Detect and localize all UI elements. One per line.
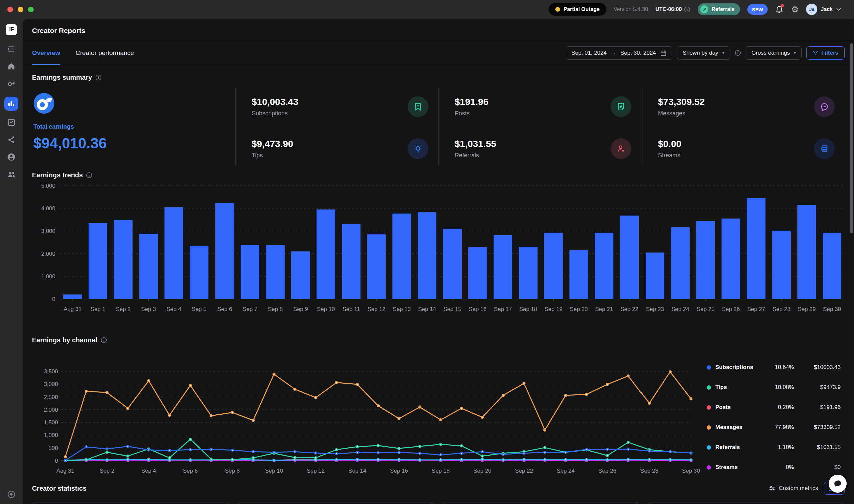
- trend-chart-icon: [7, 118, 16, 127]
- sidebar-item-media-stats[interactable]: [7, 118, 16, 127]
- info-icon[interactable]: [95, 74, 102, 81]
- bar-Aug 31[interactable]: [64, 294, 82, 299]
- legend-row-subscriptions[interactable]: Subscriptions 10.64% $10003.43: [707, 357, 841, 377]
- calendar-icon[interactable]: [660, 50, 666, 56]
- bar-Sep 24[interactable]: [671, 227, 690, 299]
- legend-row-streams[interactable]: Streams 0% $0: [707, 457, 841, 477]
- notifications-button[interactable]: [775, 5, 784, 14]
- bar-Sep 25[interactable]: [696, 221, 715, 299]
- data-point-center: [419, 407, 420, 408]
- tab-overview[interactable]: Overview: [32, 41, 60, 65]
- data-point-center: [419, 453, 420, 454]
- group-by-select[interactable]: Shown by day ▾: [677, 46, 730, 60]
- bar-Sep 30[interactable]: [823, 233, 841, 299]
- stat-label: Tips: [251, 152, 293, 159]
- bar-Sep 27[interactable]: [747, 198, 765, 299]
- data-point-center: [378, 459, 379, 460]
- sidebar-item-members[interactable]: [7, 170, 16, 179]
- data-point-center: [461, 445, 462, 446]
- legend-row-posts[interactable]: Posts 0.20% $191.96: [707, 397, 841, 417]
- settings-button[interactable]: ⚙: [791, 5, 799, 14]
- data-point-center: [211, 415, 212, 416]
- app-logo[interactable]: IF: [6, 24, 17, 35]
- status-badge[interactable]: Partial Outage: [549, 3, 606, 16]
- referral-arrow-icon: ↗: [700, 5, 708, 13]
- data-point-center: [169, 459, 170, 460]
- bar-Sep 11[interactable]: [342, 224, 361, 299]
- bar-Sep 16[interactable]: [468, 247, 487, 299]
- info-icon[interactable]: [101, 337, 107, 343]
- sfw-badge[interactable]: SFW: [747, 4, 768, 15]
- bar-Sep 12[interactable]: [367, 234, 386, 299]
- date-start-value[interactable]: Sep. 01, 2024: [572, 50, 607, 56]
- sidebar-item-account[interactable]: [7, 153, 16, 161]
- metric-select[interactable]: Gross earnings ▾: [746, 46, 802, 60]
- date-end-value[interactable]: Sep. 30, 2024: [621, 50, 656, 56]
- info-icon[interactable]: [86, 172, 92, 178]
- x-tick-label: Sep 23: [646, 306, 664, 312]
- bar-Sep 19[interactable]: [544, 233, 563, 299]
- legend-row-referrals[interactable]: Referrals 1.10% $1031.55: [707, 437, 841, 457]
- bar-Sep 21[interactable]: [595, 233, 613, 299]
- bar-Sep 18[interactable]: [519, 247, 538, 299]
- user-menu[interactable]: Ja Jack: [806, 4, 841, 15]
- sidebar-item-queue[interactable]: [7, 45, 16, 53]
- data-point-center: [378, 405, 379, 406]
- custom-metrics-button[interactable]: Custom metrics: [769, 485, 818, 492]
- bar-Sep 20[interactable]: [570, 250, 588, 299]
- version-label: Version 5.4.30: [614, 6, 648, 12]
- data-point-center: [315, 459, 316, 460]
- legend-row-messages[interactable]: Messages 77.98% $73309.52: [707, 417, 841, 437]
- bar-Sep 4[interactable]: [164, 207, 183, 299]
- bar-Sep 7[interactable]: [241, 245, 259, 299]
- scrollbar-thumb[interactable]: [850, 43, 853, 233]
- bar-Sep 28[interactable]: [772, 231, 790, 299]
- bar-Sep 9[interactable]: [291, 251, 310, 299]
- bar-Sep 22[interactable]: [620, 216, 639, 299]
- zoom-window-button[interactable]: [28, 7, 34, 12]
- legend-row-tips[interactable]: Tips 10.08% $9473.9: [707, 377, 841, 397]
- bar-Sep 23[interactable]: [645, 253, 664, 299]
- data-point-center: [190, 385, 191, 386]
- bar-Sep 14[interactable]: [418, 212, 436, 299]
- info-icon[interactable]: [735, 50, 741, 56]
- data-point-center: [398, 418, 399, 419]
- x-tick-label: Sep 21: [595, 306, 613, 312]
- tab-creator-performance[interactable]: Creator performance: [76, 41, 134, 65]
- bar-Sep 26[interactable]: [721, 219, 740, 299]
- data-point-center: [252, 459, 254, 460]
- sidebar-item-target[interactable]: [7, 490, 16, 499]
- chat-fab-button[interactable]: [829, 475, 847, 493]
- sidebar-item-home[interactable]: [7, 62, 16, 71]
- bar-Sep 10[interactable]: [317, 209, 335, 299]
- bar-Sep 6[interactable]: [215, 203, 234, 299]
- summary-column-1: $10,003.43 Subscriptions $9,473.90 Ti: [235, 88, 438, 165]
- data-point-center: [231, 412, 232, 413]
- stat-value: $9,473.90: [251, 139, 293, 149]
- close-window-button[interactable]: [7, 7, 13, 12]
- data-point-center: [628, 375, 629, 376]
- data-point-center: [440, 419, 441, 420]
- bar-Sep 13[interactable]: [392, 214, 411, 299]
- bar-Sep 1[interactable]: [89, 223, 107, 299]
- bar-Sep 5[interactable]: [190, 246, 209, 299]
- data-point-center: [690, 459, 691, 460]
- titlebar-actions: Partial Outage Version 5.4.30 UTC-06:00 …: [549, 3, 854, 16]
- sidebar-item-analytics-active[interactable]: [4, 97, 18, 111]
- date-range-picker[interactable]: Sep. 01, 2024 → Sep. 30, 2024: [566, 46, 672, 60]
- bar-Sep 2[interactable]: [114, 220, 133, 299]
- x-tick-label: Sep 11: [342, 306, 360, 312]
- summary-column-3: $73,309.52 Messages $0.00: [642, 88, 845, 165]
- sidebar-item-keys[interactable]: [7, 79, 16, 88]
- bar-Sep 8[interactable]: [266, 245, 284, 299]
- info-icon[interactable]: [684, 6, 690, 13]
- bar-Sep 29[interactable]: [797, 205, 816, 299]
- bar-Sep 3[interactable]: [139, 234, 158, 299]
- bar-Sep 17[interactable]: [494, 235, 512, 299]
- bar-Sep 15[interactable]: [443, 229, 462, 299]
- filters-button[interactable]: Filters: [806, 46, 845, 60]
- sidebar-item-share[interactable]: [7, 135, 16, 144]
- person-star-icon: [611, 138, 631, 159]
- minimize-window-button[interactable]: [18, 7, 23, 12]
- referrals-button[interactable]: ↗ Referrals: [698, 3, 739, 15]
